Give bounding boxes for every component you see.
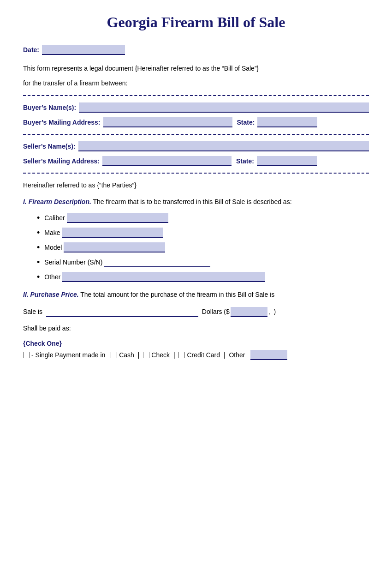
check-checkbox[interactable] [143,352,149,358]
single-payment-checkbox[interactable] [23,352,30,358]
serial-label: Serial Number (S/N) [44,258,102,266]
buyer-name-row: Buyer’s Name(s): [23,102,369,113]
check-label: Check [151,351,170,359]
seller-state-input[interactable] [257,156,317,166]
divider-1 [23,95,369,96]
other-label: Other [44,273,60,281]
model-item: • Model [37,242,369,252]
make-item: • Make [37,228,369,238]
seller-address-input[interactable] [102,156,232,166]
credit-card-label: Credit Card [187,351,220,359]
firearm-section-header: I. Firearm Description. [23,198,91,205]
buyer-name-label: Buyer’s Name(s): [23,104,76,111]
sale-is-label: Sale is [23,306,42,318]
other-input[interactable] [62,272,265,282]
buyer-address-input[interactable] [103,117,232,127]
dollar-close-paren: , ) [268,306,276,318]
firearm-details-list: • Caliber • Make • Model • Serial Number… [37,213,369,282]
buyer-address-label: Buyer’s Mailing Address: [23,119,101,126]
other-payment-input[interactable] [250,350,287,360]
buyer-state-input[interactable] [257,117,317,127]
caliber-label: Caliber [44,214,65,222]
cash-checkbox[interactable] [111,352,117,358]
page-title: Georgia Firearm Bill of Sale [23,14,369,31]
hereinafter-text: Hereinafter referred to as {“the Parties… [23,180,369,191]
purchase-section: II. Purchase Price. The total amount for… [23,289,369,360]
purchase-section-text: The total amount for the purchase of the… [79,291,275,298]
dollars-label: Dollars ($ [202,306,230,318]
bullet-dot-serial: • [37,258,40,267]
divider-3 [23,173,369,174]
bullet-dot-make: • [37,228,40,238]
shall-be-paid: Shall be paid as: [23,323,369,334]
seller-name-label: Seller’s Name(s): [23,143,76,150]
intro-line1: This form represents a legal document {H… [23,63,369,73]
buyer-address-row: Buyer’s Mailing Address: State: [23,117,369,127]
date-label: Date: [23,46,39,54]
buyer-state-label: State: [237,119,255,126]
intro-line2: for the transfer of a firearm between: [23,78,369,88]
model-input[interactable] [64,242,165,252]
other-item: • Other [37,272,369,282]
seller-state-label: State: [236,157,254,165]
payment-options-row: - Single Payment made in Cash | Check | … [23,350,369,360]
caliber-item: • Caliber [37,213,369,223]
buyer-name-input[interactable] [79,102,369,113]
other-payment-label: Other [229,351,245,359]
seller-address-row: Seller’s Mailing Address: State: [23,156,369,166]
make-label: Make [44,229,60,236]
model-label: Model [44,244,62,251]
date-input[interactable] [42,45,125,55]
dollars-words-input[interactable] [46,307,198,317]
divider-2 [23,134,369,135]
check-one-label: {Check One} [23,340,369,347]
make-input[interactable] [62,228,163,238]
purchase-header-row: II. Purchase Price. The total amount for… [23,289,369,301]
firearm-section-text: The firearm that is to be transferred in… [91,198,292,205]
credit-card-checkbox[interactable] [178,352,185,358]
serial-input[interactable] [104,257,210,267]
dollar-amount-input[interactable] [231,307,267,317]
bullet-dot-other: • [37,272,40,282]
bullet-dot-caliber: • [37,213,40,223]
single-payment-label: - Single Payment made in [31,351,105,359]
firearm-description-section: I. Firearm Description. The firearm that… [23,197,369,208]
seller-name-row: Seller’s Name(s): [23,141,369,151]
cash-label: Cash [119,351,134,359]
seller-address-label: Seller’s Mailing Address: [23,157,100,165]
date-row: Date: [23,45,369,55]
seller-name-input[interactable] [78,141,369,151]
caliber-input[interactable] [67,213,168,223]
serial-item: • Serial Number (S/N) [37,257,369,267]
purchase-amount-row: Sale is Dollars ($ , ) [23,306,369,318]
bullet-dot-model: • [37,243,40,252]
purchase-section-header: II. Purchase Price. [23,291,79,298]
